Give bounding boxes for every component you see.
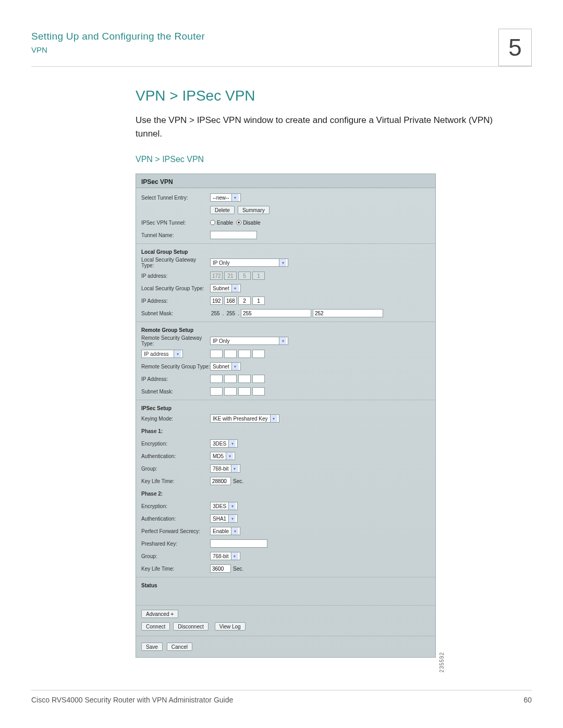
label-remote-group-type: Remote Security Group Type: (141, 364, 210, 369)
select-remote-group-type[interactable]: Subnet▾ (210, 362, 241, 371)
input-remote-addr[interactable] (210, 350, 265, 358)
chevron-down-icon: ▾ (231, 285, 239, 292)
label-remote-mask: Subnet Mask: (141, 389, 210, 394)
label-psk: Preshared Key: (141, 541, 210, 547)
chevron-down-icon: ▾ (279, 259, 286, 266)
label-remote-gw-type: Remote Security Gateway Type: (141, 335, 210, 347)
chevron-down-icon: ▾ (228, 502, 236, 510)
select-keying-mode[interactable]: IKE with Preshared Key▾ (210, 414, 279, 423)
delete-button[interactable]: Delete (210, 206, 235, 214)
label-p2-enc: Encryption: (141, 503, 210, 509)
text-local-mask: 255.255. (210, 309, 383, 317)
select-p2-group[interactable]: 768-bit▾ (210, 552, 240, 560)
panel-title: IPSec VPN (136, 174, 435, 188)
label-p1-auth: Authentication: (141, 453, 210, 459)
label-local-ip2: IP Address: (141, 298, 210, 304)
label-tunnel-entry: Select Tunnel Entry: (141, 195, 210, 201)
heading-remote-group: Remote Group Setup (141, 325, 430, 335)
radio-disable[interactable] (236, 220, 241, 225)
label-local-ip: IP address: (141, 273, 210, 279)
label-local-group-type: Local Security Group Type: (141, 286, 210, 291)
select-p2-auth[interactable]: SHA1▾ (210, 514, 238, 523)
radio-enable-label: Enable (217, 220, 233, 226)
label-local-mask: Subnet Mask: (141, 311, 210, 316)
chevron-down-icon: ▾ (228, 515, 236, 522)
intro-text: Use the VPN > IPSec VPN window to create… (136, 114, 511, 140)
label-sec: Sec. (233, 478, 243, 484)
label-local-gw-type: Local Security Gateway Type: (141, 257, 210, 268)
chevron-down-icon: ▾ (226, 452, 233, 460)
input-psk[interactable] (210, 539, 267, 548)
chevron-down-icon: ▾ (279, 337, 286, 344)
label-p1-group: Group: (141, 466, 210, 472)
label-pfs: Perfect Forward Secrecy: (141, 528, 210, 534)
input-tunnel-name[interactable] (210, 231, 257, 239)
select-local-gw-type[interactable]: IP Only▾ (210, 258, 288, 267)
radio-enable[interactable] (210, 220, 215, 225)
input-local-ip2[interactable] (210, 297, 265, 305)
heading-local-group: Local Group Setup (141, 247, 430, 257)
advanced-button[interactable]: Advanced + (141, 610, 178, 618)
footer-guide-name: Cisco RVS4000 Security Router with VPN A… (31, 696, 233, 704)
label-p2-group: Group: (141, 553, 210, 559)
label-p1-enc: Encryption: (141, 441, 210, 447)
label-phase2: Phase 2: (141, 491, 210, 497)
label-p2-life: Key Life Time: (141, 566, 210, 572)
viewlog-button[interactable]: View Log (215, 622, 246, 631)
select-local-group-type[interactable]: Subnet▾ (210, 284, 241, 292)
chevron-down-icon: ▾ (231, 527, 238, 535)
chevron-down-icon: ▾ (231, 465, 238, 472)
page-footer: Cisco RVS4000 Security Router with VPN A… (31, 690, 532, 704)
select-tunnel-entry[interactable]: --new--▾ (210, 193, 241, 202)
figure-caption: VPN > IPSec VPN (136, 155, 511, 164)
chevron-down-icon: ▾ (231, 194, 239, 201)
summary-button[interactable]: Summary (238, 206, 270, 214)
select-p2-enc[interactable]: 3DES▾ (210, 502, 238, 510)
label-p2-auth: Authentication: (141, 516, 210, 522)
save-button[interactable]: Save (141, 643, 163, 651)
content-column: VPN > IPSec VPN Use the VPN > IPSec VPN … (136, 88, 511, 658)
select-p1-enc[interactable]: 3DES▾ (210, 439, 238, 448)
label-ipsec-tunnel: IPSec VPN Tunnel: (141, 220, 210, 226)
page-header: Setting Up and Configuring the Router VP… (31, 29, 532, 66)
doc-section: VPN (31, 45, 205, 54)
chevron-down-icon: ▾ (174, 350, 181, 357)
label-sec: Sec. (233, 566, 243, 572)
heading-ipsec-setup: IPSec Setup (141, 403, 430, 413)
heading-status: Status (141, 581, 430, 590)
ipsec-vpn-panel: IPSec VPN Select Tunnel Entry: --new--▾ … (136, 174, 436, 658)
chevron-down-icon: ▾ (231, 552, 238, 560)
select-p1-auth[interactable]: MD5▾ (210, 452, 235, 460)
chevron-down-icon: ▾ (231, 363, 239, 370)
doc-title: Setting Up and Configuring the Router (31, 31, 205, 42)
input-p1-life[interactable] (210, 477, 231, 485)
select-remote-addr-mode[interactable]: IP address▾ (141, 350, 183, 358)
select-pfs[interactable]: Enable▾ (210, 527, 240, 535)
label-tunnel-name: Tunnel Name: (141, 232, 210, 238)
header-rule (31, 66, 532, 67)
connect-button[interactable]: Connect (141, 622, 170, 631)
input-p2-life[interactable] (210, 564, 231, 573)
input-remote-mask[interactable] (210, 387, 265, 396)
input-remote-ip2[interactable] (210, 375, 265, 383)
footer-page-number: 60 (523, 696, 532, 704)
label-p1-life: Key Life Time: (141, 478, 210, 484)
cancel-button[interactable]: Cancel (167, 643, 192, 651)
chevron-down-icon: ▾ (270, 415, 277, 422)
input-local-ip[interactable] (210, 272, 265, 280)
select-p1-group[interactable]: 768-bit▾ (210, 464, 240, 473)
radio-disable-label: Disable (243, 220, 260, 226)
label-keying-mode: Keying Mode: (141, 416, 210, 422)
select-remote-gw-type[interactable]: IP Only▾ (210, 337, 288, 345)
label-phase1: Phase 1: (141, 428, 210, 434)
image-id: 235592 (439, 652, 445, 672)
disconnect-button[interactable]: Disconnect (173, 622, 208, 631)
chapter-number-box: 5 (498, 29, 532, 66)
label-remote-ip2: IP Address: (141, 376, 210, 382)
chevron-down-icon: ▾ (228, 440, 236, 447)
page-heading: VPN > IPSec VPN (136, 88, 511, 104)
